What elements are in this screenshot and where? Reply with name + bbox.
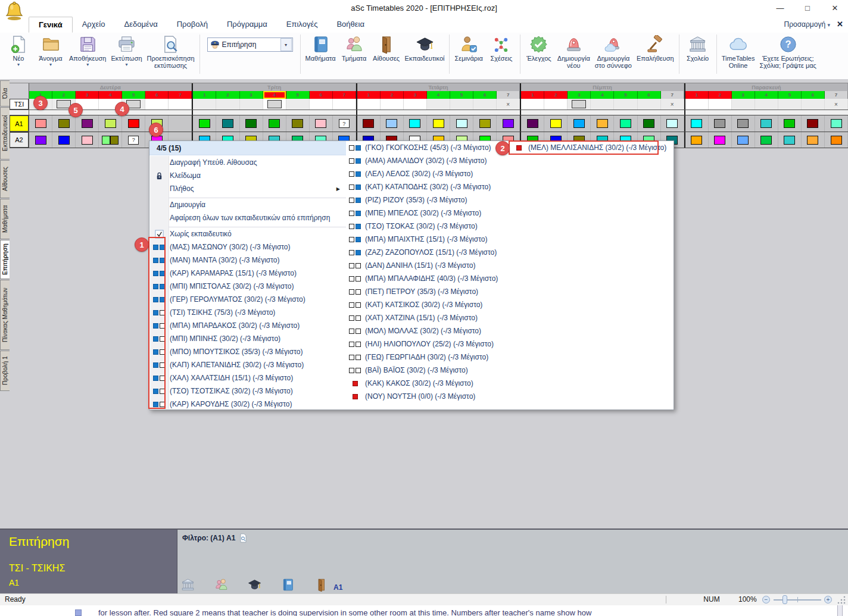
- menu-teacher-item[interactable]: (ΜΟΛ) ΜΟΛΛΑΣ (30/2) (-/3 Μέγιστο): [346, 324, 510, 337]
- period-header[interactable]: 4: [591, 91, 614, 99]
- period-header[interactable]: 7: [169, 91, 192, 99]
- period-header[interactable]: 3: [240, 91, 263, 99]
- tab-Πρόγραμμα[interactable]: Πρόγραμμα: [217, 17, 277, 33]
- ribbon-button-Σχέσεις[interactable]: Σχέσεις: [485, 34, 517, 63]
- period-header[interactable]: 1: [685, 91, 709, 99]
- lesson-cell[interactable]: [263, 115, 286, 132]
- supervision-cell[interactable]: [778, 99, 802, 110]
- resize-grip[interactable]: [837, 596, 846, 604]
- tab-Βοήθεια[interactable]: Βοήθεια: [327, 17, 374, 33]
- lesson-cell[interactable]: [732, 132, 755, 148]
- period-header[interactable]: 6: [473, 91, 497, 99]
- sidebar-tab-Εκπαιδευτικοί[interactable]: Εκπαιδευτικοί: [0, 107, 10, 160]
- lesson-cell[interactable]: [544, 115, 568, 132]
- tab-Επιλογές[interactable]: Επιλογές: [277, 17, 328, 33]
- menu-teacher-item[interactable]: (ΝΟΥ) ΝΟΥΤΣΗ (0/0) (-/3 Μέγιστο): [346, 390, 510, 403]
- supervision-cell[interactable]: [76, 99, 99, 110]
- supervision-box[interactable]: [126, 100, 141, 108]
- sidebar-tab-Πίνακας Μαθημάτων[interactable]: Πίνακας Μαθημάτων: [0, 280, 10, 350]
- customize-button[interactable]: Προσαρμογή ▾: [784, 17, 830, 33]
- period-header[interactable]: 1: [193, 91, 216, 99]
- lesson-cell[interactable]: [825, 132, 848, 148]
- lesson-cell[interactable]: [685, 132, 709, 148]
- menu-teacher-item[interactable]: (ΡΙΖ) ΡΙΖΟΥ (35/3) (-/3 Μέγιστο): [346, 193, 510, 207]
- supervision-cell[interactable]: [614, 99, 637, 110]
- menu-command[interactable]: Διαγραφή Υπεύθ. Αίθουσας: [149, 156, 346, 169]
- lesson-cell[interactable]: [521, 115, 544, 132]
- supervision-cell[interactable]: [145, 99, 169, 110]
- lesson-cell[interactable]: [404, 115, 427, 132]
- period-header[interactable]: 3: [404, 91, 427, 99]
- period-header[interactable]: 2: [709, 91, 732, 99]
- menu-teacher-item[interactable]: (ΜΠΙ) ΜΠΙΝΗΣ (30/2) (-/3 Μέγιστο): [149, 332, 346, 345]
- menu-teacher-item[interactable]: (ΜΑΣ) ΜΑΣΩΝΟΥ (30/2) (-/3 Μέγιστο): [149, 240, 346, 254]
- period-header[interactable]: 3: [568, 91, 591, 99]
- lesson-cell[interactable]: [310, 115, 333, 132]
- supervision-cell[interactable]: [450, 99, 473, 110]
- supervision-cell[interactable]: [521, 99, 544, 110]
- menu-command[interactable]: Χωρίς εκπαιδευτικό: [149, 227, 346, 240]
- lesson-cell[interactable]: ?: [333, 115, 356, 132]
- menu-teacher-item[interactable]: (ΜΠΑ) ΜΠΑΙΧΤΗΣ (15/1) (-/3 Μέγιστο): [346, 233, 510, 246]
- lesson-cell[interactable]: [193, 115, 216, 132]
- ribbon-button-Μαθήματα[interactable]: Μαθήματα: [303, 34, 338, 63]
- period-header[interactable]: 7: [825, 91, 848, 99]
- minimize-button[interactable]: —: [767, 0, 793, 17]
- lesson-cell[interactable]: [52, 132, 76, 148]
- maximize-button[interactable]: □: [794, 0, 821, 17]
- lesson-cell[interactable]: [755, 132, 778, 148]
- menu-teacher-item[interactable]: (ΧΑΛ) ΧΑΛΑΤΣΙΔΗ (15/1) (-/3 Μέγιστο): [149, 371, 346, 384]
- supervision-cell[interactable]: [755, 99, 778, 110]
- period-header[interactable]: 6: [145, 91, 169, 99]
- menu-teacher-item[interactable]: (ΓΕΡ) ΓΕΡΟΛΥΜΑΤΟΣ (30/2) (-/3 Μέγιστο): [149, 293, 346, 306]
- lesson-cell[interactable]: [825, 115, 848, 132]
- period-header[interactable]: 4: [99, 91, 122, 99]
- menu-teacher-item[interactable]: (ΚΑΡ) ΚΑΡΑΜΑΡΑΣ (15/1) (-/3 Μέγιστο): [149, 267, 346, 280]
- period-header[interactable]: 5: [286, 91, 310, 99]
- period-header[interactable]: 1: [29, 91, 52, 99]
- supervision-cell[interactable]: [732, 99, 755, 110]
- supervision-cell[interactable]: [263, 99, 286, 110]
- supervision-cell[interactable]: [122, 99, 145, 110]
- supervision-cell[interactable]: [685, 99, 709, 110]
- combo-dropdown-arrow[interactable]: ▾: [280, 38, 292, 51]
- school-building-icon[interactable]: [181, 578, 195, 592]
- menu-teacher-item[interactable]: (ΓΕΩ) ΓΕΩΡΓΙΑΔΗ (30/2) (-/3 Μέγιστο): [346, 351, 510, 364]
- tab-Γενικά[interactable]: Γενικά: [29, 17, 73, 33]
- lesson-cell[interactable]: [778, 132, 802, 148]
- supervision-cell[interactable]: [193, 99, 216, 110]
- lesson-cell[interactable]: [427, 115, 450, 132]
- menu-command[interactable]: Κλείδωμα: [149, 169, 346, 182]
- lesson-cell[interactable]: [732, 115, 755, 132]
- supervision-cell[interactable]: ×: [661, 99, 684, 110]
- lesson-cell[interactable]: [76, 132, 99, 148]
- lesson-cell[interactable]: [122, 115, 145, 132]
- row-label-A1[interactable]: A1: [10, 115, 29, 132]
- view-selector-combo[interactable]: Επιτήρηση▾: [207, 37, 293, 52]
- period-header[interactable]: 1: [521, 91, 544, 99]
- door-icon[interactable]: [314, 578, 328, 592]
- ribbon-button-Εκτύπωση[interactable]: Εκτύπωση▾: [108, 34, 144, 68]
- ribbon-button-Δημιουργία[interactable]: Δημιουργία στο σύννεφο: [593, 34, 634, 71]
- supervision-box[interactable]: [572, 100, 586, 108]
- grad-cap-icon[interactable]: [248, 578, 261, 592]
- ribbon-button-Προεπισκόπηση[interactable]: Προεπισκόπηση εκτύπωσης: [145, 34, 197, 71]
- lesson-cell[interactable]: [99, 115, 122, 132]
- sidebar-tab-Μαθήματα[interactable]: Μαθήματα: [0, 199, 10, 239]
- period-header[interactable]: 1: [357, 91, 381, 99]
- lesson-cell[interactable]: [52, 115, 76, 132]
- menu-teacher-item[interactable]: (ΗΛΙ) ΗΛΙΟΠΟΥΛΟΥ (25/2) (-/3 Μέγιστο): [346, 337, 510, 351]
- filter-label[interactable]: Φίλτρο: (A1) A1: [182, 533, 248, 543]
- supervision-box[interactable]: [57, 100, 71, 108]
- period-header[interactable]: 2: [216, 91, 239, 99]
- menu-teacher-item[interactable]: (ΒΑΪ) ΒΑΪΟΣ (30/2) (-/3 Μέγιστο): [346, 364, 510, 377]
- zoom-out-button[interactable]: −: [762, 596, 770, 604]
- lesson-cell[interactable]: [802, 115, 825, 132]
- supervision-cell[interactable]: [473, 99, 497, 110]
- lesson-cell[interactable]: [709, 132, 732, 148]
- supervision-cell[interactable]: [169, 99, 192, 110]
- supervision-cell[interactable]: [638, 99, 661, 110]
- supervision-cell[interactable]: [427, 99, 450, 110]
- menu-teacher-item[interactable]: (ΚΑΠ) ΚΑΠΕΤΑΝΙΔΗΣ (30/2) (-/3 Μέγιστο): [149, 358, 346, 371]
- supervision-cell[interactable]: [381, 99, 404, 110]
